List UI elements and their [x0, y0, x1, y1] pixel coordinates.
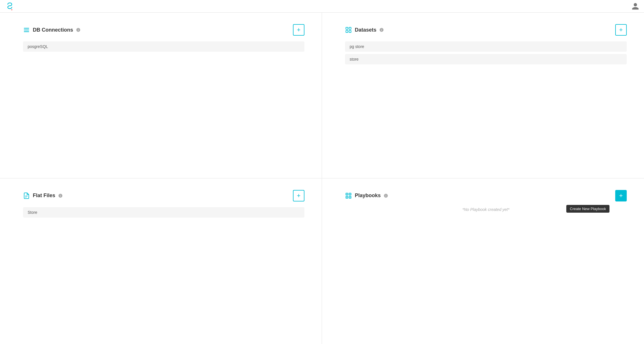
playbooks-title: Playbooks [355, 193, 381, 199]
add-playbook-button-wrapper: + Create New Playbook [615, 190, 627, 201]
app-logo[interactable] [5, 1, 15, 11]
db-connections-panel: DB Connections + posgreSQL [0, 13, 322, 178]
playbooks-empty-text: *No Playbook created yet* [345, 207, 627, 212]
db-connections-info-icon[interactable] [76, 28, 81, 32]
svg-point-15 [350, 194, 350, 195]
navbar [0, 0, 644, 13]
svg-point-14 [346, 194, 347, 195]
datasets-header: Datasets + [345, 24, 627, 36]
flat-files-title: Flat Files [33, 193, 55, 199]
datasets-info-icon[interactable] [379, 28, 384, 32]
db-connections-header: DB Connections + [23, 24, 304, 36]
list-item[interactable]: Store [23, 207, 304, 218]
add-flat-file-button[interactable]: + [293, 190, 304, 201]
svg-rect-6 [346, 30, 348, 32]
svg-rect-7 [349, 30, 351, 32]
datasets-title-group: Datasets [345, 26, 384, 33]
datasets-panel: Datasets + pg store store [322, 13, 644, 178]
svg-point-16 [346, 197, 347, 198]
svg-rect-3 [24, 31, 29, 32]
add-playbook-button[interactable]: + [615, 190, 627, 201]
add-db-connection-button[interactable]: + [293, 24, 304, 36]
datasets-title: Datasets [355, 27, 376, 33]
flat-files-title-group: Flat Files [23, 192, 63, 199]
playbooks-info-icon[interactable] [384, 193, 388, 198]
svg-point-17 [350, 197, 350, 198]
svg-rect-2 [24, 30, 29, 30]
svg-rect-5 [349, 27, 351, 29]
datasets-icon [345, 26, 352, 33]
flat-files-info-icon[interactable] [58, 193, 63, 198]
svg-rect-1 [24, 28, 29, 29]
playbooks-title-group: Playbooks [345, 192, 388, 199]
playbooks-icon [345, 192, 352, 199]
main-grid: DB Connections + posgreSQL [0, 13, 644, 344]
logo-icon [5, 2, 14, 11]
user-account-icon[interactable] [631, 2, 639, 10]
playbooks-panel: Playbooks + Create New Playbook *No Play… [322, 178, 644, 344]
flat-files-header: Flat Files + [23, 190, 304, 201]
add-dataset-button[interactable]: + [615, 24, 627, 36]
db-connections-title: DB Connections [33, 27, 73, 33]
playbooks-header: Playbooks + Create New Playbook [345, 190, 627, 201]
list-item[interactable]: posgreSQL [23, 41, 304, 52]
db-icon [23, 26, 30, 33]
list-item[interactable]: pg store [345, 41, 627, 52]
flat-files-panel: Flat Files + Store [0, 178, 322, 344]
db-connections-title-group: DB Connections [23, 26, 81, 33]
svg-point-0 [11, 9, 12, 10]
flat-files-icon [23, 192, 30, 199]
svg-rect-4 [346, 27, 348, 29]
list-item[interactable]: store [345, 54, 627, 64]
